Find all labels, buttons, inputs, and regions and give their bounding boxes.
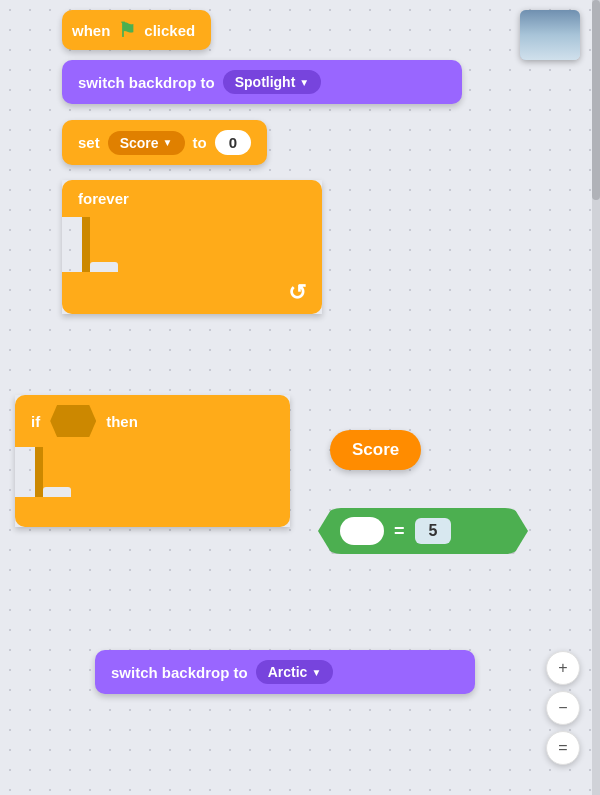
- clicked-label: clicked: [144, 22, 195, 39]
- equals-block[interactable]: = 5: [318, 508, 528, 554]
- when-flag-block[interactable]: when ⚑ clicked: [62, 10, 211, 50]
- forever-bottom: ↺: [62, 272, 322, 314]
- backdrop-dropdown-2[interactable]: Arctic ▼: [256, 660, 334, 684]
- if-label: if: [31, 413, 40, 430]
- equals-left-input[interactable]: [340, 517, 384, 545]
- zoom-out-button[interactable]: −: [546, 691, 580, 725]
- zoom-controls: + − =: [546, 651, 580, 765]
- flag-icon: ⚑: [118, 18, 136, 42]
- switch-backdrop-label-1: switch backdrop to: [78, 74, 215, 91]
- set-score-block[interactable]: set Score ▼ to 0: [62, 120, 267, 165]
- if-slot: [43, 447, 290, 497]
- when-label: when: [72, 22, 110, 39]
- to-label: to: [193, 134, 207, 151]
- switch-backdrop-label-2: switch backdrop to: [111, 664, 248, 681]
- loop-arrow-icon: ↺: [288, 280, 306, 306]
- zoom-out-icon: −: [558, 699, 567, 717]
- dropdown-arrow-1: ▼: [299, 77, 309, 88]
- score-reporter-label: Score: [352, 440, 399, 459]
- if-body: [35, 447, 290, 497]
- stage-thumbnail: [520, 10, 580, 60]
- backdrop-dropdown-1[interactable]: Spotlight ▼: [223, 70, 322, 94]
- switch-backdrop-block-2[interactable]: switch backdrop to Arctic ▼: [95, 650, 475, 694]
- forever-block[interactable]: forever ↺: [62, 180, 322, 314]
- equals-right-value[interactable]: 5: [415, 518, 452, 544]
- variable-dropdown[interactable]: Score ▼: [108, 131, 185, 155]
- set-label: set: [78, 134, 100, 151]
- backdrop-value-1: Spotlight: [235, 74, 296, 90]
- dropdown-arrow-2: ▼: [311, 667, 321, 678]
- scrollbar[interactable]: [592, 0, 600, 795]
- score-value-oval[interactable]: 0: [215, 130, 251, 155]
- thumbnail-image: [520, 10, 580, 60]
- score-reporter[interactable]: Score: [330, 430, 421, 470]
- variable-name: Score: [120, 135, 159, 151]
- scrollbar-thumb[interactable]: [592, 0, 600, 200]
- zoom-in-icon: +: [558, 659, 567, 677]
- if-top: if then: [15, 395, 290, 447]
- if-block[interactable]: if then: [15, 395, 290, 527]
- equals-sign: =: [394, 521, 405, 542]
- backdrop-value-2: Arctic: [268, 664, 308, 680]
- then-label: then: [106, 413, 138, 430]
- forever-body: [82, 217, 322, 272]
- forever-top: forever: [62, 180, 322, 217]
- score-value: 0: [229, 134, 237, 151]
- zoom-in-button[interactable]: +: [546, 651, 580, 685]
- if-bottom: [15, 497, 290, 527]
- forever-label: forever: [78, 190, 129, 207]
- variable-arrow: ▼: [163, 137, 173, 148]
- zoom-fit-icon: =: [558, 739, 567, 757]
- condition-slot: [50, 405, 96, 437]
- switch-backdrop-block-1[interactable]: switch backdrop to Spotlight ▼: [62, 60, 462, 104]
- forever-slot: [90, 217, 322, 272]
- equals-value-text: 5: [429, 522, 438, 539]
- zoom-fit-button[interactable]: =: [546, 731, 580, 765]
